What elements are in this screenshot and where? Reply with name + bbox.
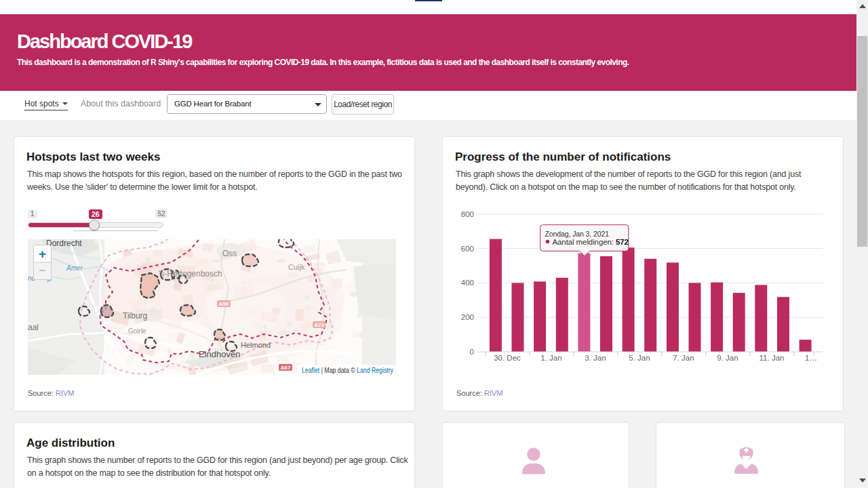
svg-text:Aantal meldingen: 572: Aantal meldingen: 572	[553, 238, 629, 246]
svg-text:1. Jan: 1. Jan	[540, 354, 561, 362]
svg-text:600: 600	[461, 245, 474, 253]
svg-text:3. Jan: 3. Jan	[585, 354, 606, 362]
svg-text:Cuijk: Cuijk	[288, 263, 305, 271]
svg-text:0: 0	[470, 348, 474, 356]
svg-text:Zondag, Jan 3, 2021: Zondag, Jan 3, 2021	[545, 230, 610, 238]
svg-text:Leaflet | Map data © Land Regi: Leaflet | Map data © Land Registry	[302, 367, 393, 374]
svg-text:Dordrecht: Dordrecht	[46, 239, 82, 248]
svg-text:Oss: Oss	[222, 249, 237, 258]
svg-text:7. Jan: 7. Jan	[673, 354, 694, 362]
svg-text:1…: 1…	[805, 354, 817, 362]
svg-text:Tilburg: Tilburg	[123, 311, 147, 321]
svg-text:−: −	[39, 264, 46, 277]
svg-text:5. Jan: 5. Jan	[629, 354, 650, 362]
svg-text:aal: aal	[28, 323, 39, 332]
svg-text:Goirle: Goirle	[128, 327, 146, 335]
svg-text:A73: A73	[314, 322, 324, 328]
svg-text:A50: A50	[219, 301, 229, 307]
svg-text:'s-Hertogenbosch: 's-Hertogenbosch	[159, 269, 222, 279]
svg-text:A67: A67	[281, 365, 291, 371]
svg-text:30. Dec: 30. Dec	[494, 354, 521, 362]
svg-text:Amer: Amer	[66, 264, 83, 272]
svg-text:200: 200	[461, 313, 474, 321]
svg-text:11. Jan: 11. Jan	[760, 354, 785, 362]
svg-text:400: 400	[461, 279, 474, 287]
svg-text:+: +	[39, 247, 46, 261]
svg-text:800: 800	[461, 210, 474, 218]
svg-text:Helmond: Helmond	[241, 341, 271, 349]
svg-text:9. Jan: 9. Jan	[717, 354, 738, 362]
svg-text:Eindhoven: Eindhoven	[199, 349, 240, 359]
